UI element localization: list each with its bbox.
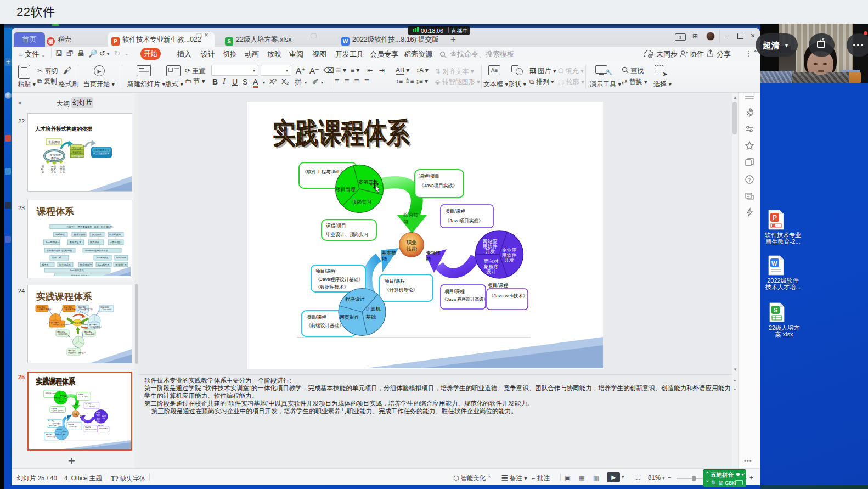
svg-text:《前端设计基础》: 《前端设计基础》 — [306, 323, 344, 328]
svg-text:面向对: 面向对 — [484, 258, 499, 264]
svg-text:Java程序设计: Java程序设计 — [46, 241, 60, 244]
svg-text:程序员: 程序员 — [42, 263, 49, 266]
svg-text:家: 家 — [42, 171, 44, 173]
svg-text:项目/课程: 项目/课程 — [488, 283, 508, 288]
svg-text:毕业设计、顶岗实习: 毕业设计、顶岗实习 — [68, 351, 86, 354]
svg-text:实践课程体系: 实践课程体系 — [36, 291, 92, 302]
svg-text:《Java项目实战》: 《Java项目实战》 — [78, 308, 94, 311]
svg-text:计算机: 计算机 — [365, 306, 381, 312]
svg-text:《软件工程》: 《软件工程》 — [57, 333, 69, 335]
svg-text:《软件工程与UML》: 《软件工程与UML》 — [302, 169, 345, 175]
svg-text:《数据库技术》: 《数据库技术》 — [64, 308, 77, 311]
svg-text:网页设计: 网页设计 — [92, 233, 102, 236]
svg-text:软件模型分析与文档编制: 软件模型分析与文档编制 — [47, 249, 72, 252]
svg-text:软件测试员: 软件测试员 — [59, 263, 71, 266]
svg-text:职业: 职业 — [407, 239, 417, 245]
svg-text:顶岗实习 毕业设计: 顶岗实习 毕业设计 — [71, 274, 90, 276]
svg-text:开发: 开发 — [485, 249, 495, 254]
svg-text:系统维护员: 系统维护员 — [115, 263, 127, 266]
svg-text:专业调研: 专业调研 — [48, 140, 61, 144]
svg-text:《计算机导论》: 《计算机导论》 — [89, 325, 103, 328]
svg-text:人员: 人员 — [60, 171, 65, 173]
svg-text:能: 能 — [382, 256, 387, 262]
svg-text:项目管理: 项目管理 — [336, 187, 356, 192]
svg-text:Java项目实战: Java项目实战 — [70, 269, 84, 272]
svg-text:计算机维护: 计算机维护 — [110, 241, 121, 244]
svg-text:软件工程: 软件工程 — [52, 256, 62, 259]
svg-text:《计算机导论》: 《计算机导论》 — [385, 287, 418, 293]
svg-text:JavaEE开发: JavaEE开发 — [96, 256, 109, 259]
svg-text:《Java web》: 《Java web》 — [100, 308, 112, 311]
svg-text:数据库管理: 数据库管理 — [80, 263, 92, 266]
svg-text:课程/项目: 课程/项目 — [326, 223, 346, 228]
svg-text:数据库设计: 数据库设计 — [74, 233, 86, 236]
svg-text:Java Web: Java Web — [116, 256, 126, 259]
svg-text:项目/课程: 项目/课程 — [315, 268, 336, 274]
svg-text:公共平台（思想道德修养、体育、职业规划等）: 公共平台（思想道德修养、体育、职业规划等） — [66, 226, 115, 228]
svg-text:《Java项目实战》: 《Java项目实战》 — [50, 323, 66, 326]
svg-text:项目/课程: 项目/课程 — [306, 314, 326, 320]
svg-text:基本技: 基本技 — [382, 250, 397, 256]
svg-text:Windows应用软件开发: Windows应用软件开发 — [85, 249, 108, 252]
svg-text:实践课程体系: 实践课程体系 — [273, 117, 410, 149]
svg-text:毕业设计、顶岗实习: 毕业设计、顶岗实习 — [326, 232, 368, 237]
svg-text:综合技: 综合技 — [403, 212, 419, 218]
svg-text:项目/课程: 项目/课程 — [444, 289, 465, 294]
svg-text:职业技能: 职业技能 — [75, 322, 83, 324]
svg-text:的人才需求状况: 的人才需求状况 — [93, 152, 110, 155]
svg-text:能: 能 — [404, 219, 409, 224]
svg-text:网页设计: 网页设计 — [90, 241, 100, 244]
svg-text:人员: 人员 — [51, 171, 57, 173]
svg-text:编程基础: 编程基础 — [55, 233, 65, 236]
svg-text:人才需求: 人才需求 — [72, 147, 81, 150]
svg-text:《Java基础》: 《Java基础》 — [84, 333, 96, 335]
svg-text:《J2EE程序设计》: 《J2EE程序设计》 — [37, 308, 53, 311]
svg-text:项目/课程: 项目/课程 — [385, 278, 405, 284]
svg-text:《数据库技术》: 《数据库技术》 — [315, 284, 348, 290]
svg-text:数据库技术: 数据库技术 — [70, 241, 82, 244]
svg-text:能: 能 — [426, 256, 431, 262]
svg-text:Java程序员: Java程序员 — [98, 263, 109, 266]
svg-text:课程体系: 课程体系 — [36, 206, 74, 217]
svg-text:可软件相关企业: 可软件相关企业 — [93, 149, 110, 151]
svg-text:P: P — [773, 214, 777, 222]
svg-text:项目/课程: 项目/课程 — [445, 209, 465, 214]
svg-text:技能: 技能 — [407, 246, 418, 252]
svg-text:委员会: 委员会 — [51, 156, 59, 160]
svg-text:W: W — [771, 260, 777, 267]
svg-text:程序设计: 程序设计 — [345, 296, 365, 302]
svg-text:《Java项目实战》: 《Java项目实战》 — [445, 218, 483, 223]
svg-text:计算机系统: 计算机系统 — [109, 233, 121, 236]
svg-text:S: S — [774, 307, 777, 313]
svg-text:人才培养模式构建的依据: 人才培养模式构建的依据 — [35, 126, 93, 132]
svg-text:专业定位: 专业定位 — [72, 151, 81, 154]
svg-text:《Java项目实战》: 《Java项目实战》 — [419, 183, 458, 188]
svg-text:课程/项目: 课程/项目 — [419, 173, 439, 179]
svg-text:顶岗实习: 顶岗实习 — [352, 199, 371, 205]
svg-text:?: ? — [748, 177, 751, 183]
svg-text:网页制作: 网页制作 — [340, 314, 359, 320]
svg-text:《Java 程序设计高级》: 《Java 程序设计高级》 — [442, 297, 488, 302]
svg-text:专项技: 专项技 — [426, 250, 441, 256]
svg-text:《Java程序设计基础》: 《Java程序设计基础》 — [315, 277, 363, 282]
svg-text:开发: 开发 — [504, 257, 514, 263]
svg-text:《Java web技术》: 《Java web技术》 — [489, 293, 528, 299]
svg-text:设计: 设计 — [486, 269, 496, 274]
svg-text:基础: 基础 — [366, 314, 376, 320]
